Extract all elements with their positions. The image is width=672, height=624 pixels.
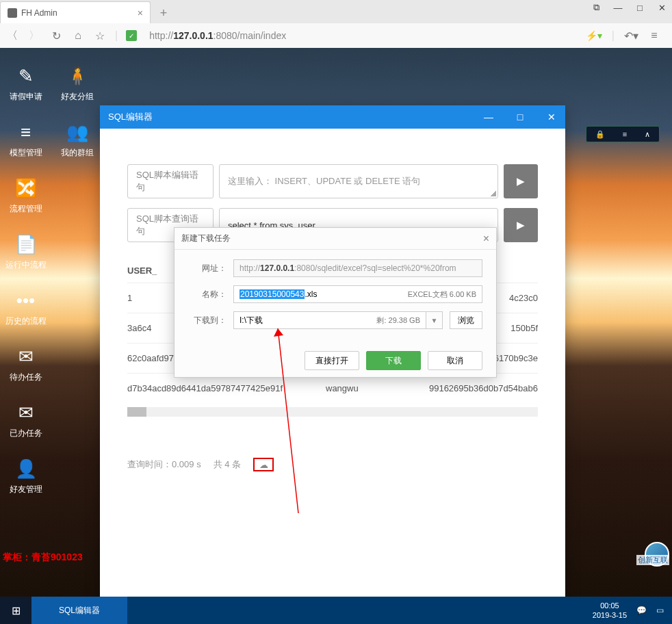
sql-titlebar[interactable]: SQL编辑器 — □ ✕ xyxy=(100,105,565,129)
start-button[interactable]: ⊞ xyxy=(0,597,31,624)
url-text: http:// xyxy=(240,263,260,273)
url-label: 网址： xyxy=(188,263,227,274)
tab-title: FH Admin xyxy=(21,8,138,18)
list-icon[interactable]: ≡ xyxy=(623,130,627,138)
sidebar-item-leave-request[interactable]: ✎请假申请 xyxy=(0,59,51,109)
download-icon[interactable]: ☁ xyxy=(253,458,274,471)
sidebar-item-model-mgmt[interactable]: ≡模型管理 xyxy=(0,115,51,166)
assistant-avatar[interactable] xyxy=(645,542,669,567)
placeholder-text: 这里输入： INSERT、UPDATE 或 DELETE 语句 xyxy=(228,175,420,187)
sql-window-title: SQL编辑器 xyxy=(108,111,483,123)
sidebar-blank xyxy=(51,227,103,278)
clock-date: 2019-3-15 xyxy=(593,610,627,620)
close-button[interactable]: ✕ xyxy=(546,112,557,122)
url-host: 127.0.0.1 xyxy=(173,30,213,41)
close-icon[interactable]: × xyxy=(483,233,489,245)
edit-sql-input[interactable]: 这里输入： INSERT、UPDATE 或 DELETE 语句 xyxy=(219,164,498,198)
scrollbar-thumb[interactable] xyxy=(127,407,146,417)
filename-selected: 20190315000543 xyxy=(240,289,305,299)
sidebar-item-process-mgmt[interactable]: 🔀流程管理 xyxy=(0,171,51,222)
sidebar-blank xyxy=(51,283,103,334)
lock-icon[interactable]: 🔒 xyxy=(595,130,605,139)
minimize-button[interactable]: — xyxy=(613,3,623,12)
tabs-icon[interactable]: ⧉ xyxy=(591,3,601,12)
browser-chrome: FH Admin × + ⧉ — □ ✕ 〈 〉 ↻ ⌂ ☆ | ✓ http:… xyxy=(0,0,672,48)
cell: 99162695b36d0b7d54bab6 xyxy=(394,383,538,393)
menu-icon[interactable]: ≡ xyxy=(647,29,661,42)
sidebar-item-label: 我的群组 xyxy=(61,147,94,159)
minimize-button[interactable]: — xyxy=(483,112,494,122)
bolt-icon[interactable]: ⚡▾ xyxy=(586,30,602,41)
url-path: :8080/main/index xyxy=(214,30,287,41)
stack-icon: ≡ xyxy=(16,122,36,143)
browser-tab[interactable]: FH Admin × xyxy=(0,1,151,23)
path-input[interactable]: I:\下载 剩: 29.38 GB xyxy=(233,311,426,329)
person-icon: 🧍 xyxy=(67,66,88,87)
taskbar-item-sql[interactable]: SQL编辑器 xyxy=(31,597,127,624)
sidebar-item-label: 好友分组 xyxy=(61,91,94,103)
back-button[interactable]: 〈 xyxy=(5,29,19,42)
favorite-button[interactable]: ☆ xyxy=(93,29,107,42)
sidebar-item-label: 待办任务 xyxy=(10,372,42,383)
shield-icon[interactable]: ✓ xyxy=(126,30,137,41)
sidebar-item-friend-group[interactable]: 🧍好友分组 xyxy=(51,59,103,109)
edit-square-icon: ✎ xyxy=(16,66,36,87)
query-time-value: 0.009 s xyxy=(172,459,201,469)
dots-icon: ••• xyxy=(16,291,36,311)
download-titlebar[interactable]: 新建下载任务 × xyxy=(175,228,496,250)
horizontal-scrollbar[interactable] xyxy=(127,407,538,417)
run-query-button[interactable]: ▶ xyxy=(504,208,538,242)
user-icon: 👤 xyxy=(16,459,36,480)
sidebar-item-done-tasks[interactable]: ✉已办任务 xyxy=(0,395,51,446)
mail-icon: ✉ xyxy=(16,347,36,367)
chevron-up-icon[interactable]: ∧ xyxy=(645,130,650,139)
new-tab-button[interactable]: + xyxy=(153,3,174,23)
sidebar-item-label: 模型管理 xyxy=(10,147,42,159)
notification-icon[interactable]: ▭ xyxy=(656,606,664,615)
row-count: 共 4 条 xyxy=(214,458,241,471)
sidebar-item-label: 流程管理 xyxy=(10,203,42,215)
tab-bar: FH Admin × + ⧉ — □ ✕ xyxy=(0,0,672,23)
file-icon: 📄 xyxy=(16,235,36,255)
chat-icon[interactable]: 💬 xyxy=(636,606,647,615)
close-icon[interactable]: × xyxy=(138,8,143,18)
resize-corner-icon[interactable] xyxy=(491,191,496,196)
sidebar-item-history-process[interactable]: •••历史的流程 xyxy=(0,283,51,334)
url-input[interactable]: http://127.0.0.1:8080/sqledit/excel?sql=… xyxy=(233,259,482,277)
reload-button[interactable]: ↻ xyxy=(49,29,63,42)
watermark-text: 掌柜：青苔901023 xyxy=(0,550,86,565)
forward-button[interactable]: 〉 xyxy=(27,29,41,42)
close-button[interactable]: ✕ xyxy=(657,3,667,12)
sidebar-item-running-process[interactable]: 📄运行中流程 xyxy=(0,227,51,278)
cancel-button[interactable]: 取消 xyxy=(428,351,482,370)
sidebar-item-label: 运行中流程 xyxy=(5,259,47,271)
path-dropdown-button[interactable]: ▼ xyxy=(426,311,443,329)
maximize-button[interactable]: □ xyxy=(515,112,526,122)
undo-icon[interactable]: ↶▾ xyxy=(624,29,638,42)
filename-input[interactable]: 20190315000543.xls EXCEL文档 6.00 KB xyxy=(233,285,482,303)
sidebar-item-my-groups[interactable]: 👥我的群组 xyxy=(51,115,103,166)
shuffle-icon: 🔀 xyxy=(16,179,36,199)
clock[interactable]: 00:05 2019-3-15 xyxy=(593,601,627,621)
url-bar[interactable]: http://127.0.0.1:8080/main/index xyxy=(145,30,578,41)
filename-ext: .xls xyxy=(305,289,407,299)
browse-button[interactable]: 浏览 xyxy=(450,311,482,329)
dialog-title: 新建下载任务 xyxy=(181,233,483,244)
group-icon: 👥 xyxy=(67,122,88,143)
run-edit-button[interactable]: ▶ xyxy=(504,164,538,198)
query-time-label: 查询时间： xyxy=(127,459,172,469)
sidebar-item-label: 好友管理 xyxy=(10,484,42,495)
edit-sql-label: SQL脚本编辑语句 xyxy=(127,164,214,198)
sidebar-item-label: 已办任务 xyxy=(10,428,42,439)
sidebar-item-pending-tasks[interactable]: ✉待办任务 xyxy=(0,339,51,390)
maximize-button[interactable]: □ xyxy=(635,3,645,12)
desktop-background: ✎请假申请 🧍好友分组 ≡模型管理 👥我的群组 🔀流程管理 📄运行中流程 •••… xyxy=(0,48,672,597)
window-panel-controls[interactable]: 🔒 ≡ ∧ xyxy=(586,126,660,142)
open-direct-button[interactable]: 直接打开 xyxy=(305,351,359,370)
clock-time: 00:05 xyxy=(593,601,627,610)
download-button[interactable]: 下载 xyxy=(366,351,421,370)
sidebar-item-friend-mgmt[interactable]: 👤好友管理 xyxy=(0,452,51,502)
sidebar-blank xyxy=(51,171,103,222)
home-button[interactable]: ⌂ xyxy=(71,29,85,42)
download-dialog: 新建下载任务 × 网址： http://127.0.0.1:8080/sqled… xyxy=(174,227,497,378)
